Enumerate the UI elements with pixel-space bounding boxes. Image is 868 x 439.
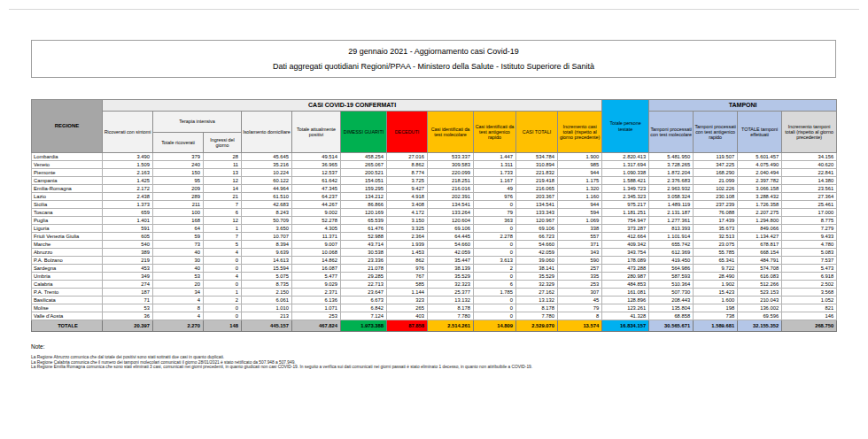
value-cell: 1.900 [558, 153, 602, 161]
value-cell: 17.000 [782, 209, 837, 217]
region-cell: Veneto [32, 161, 103, 169]
notes-title: Note: [31, 343, 855, 350]
value-cell: 3.490 [103, 153, 153, 161]
value-cell: 21.078 [341, 265, 387, 273]
value-cell: 594 [558, 209, 602, 217]
value-cell: 343 [558, 249, 602, 257]
value-cell: 2.270 [153, 320, 204, 332]
value-cell: 1.489.119 [649, 201, 694, 209]
value-cell: 349 [103, 273, 153, 281]
value-cell: 221.832 [516, 169, 558, 177]
value-cell: 2.040.494 [738, 169, 782, 177]
table-row: Marche5407358.3949.00743.7141.93954.6600… [32, 241, 837, 249]
value-cell: 1.101.914 [649, 233, 694, 241]
value-cell: 11 [204, 161, 242, 169]
value-cell: 76.088 [694, 209, 738, 217]
value-cell: 39.060 [516, 257, 558, 265]
value-cell: 1.277.361 [649, 217, 694, 225]
value-cell: 6 [474, 281, 516, 289]
value-cell: 20.397 [103, 320, 153, 332]
header-regione: REGIONE [32, 100, 103, 153]
value-cell: 467.824 [292, 320, 341, 332]
value-cell: 389 [103, 249, 153, 257]
value-cell: 2.502 [782, 281, 837, 289]
value-cell: 1.052 [782, 297, 837, 304]
value-cell: 274 [103, 281, 153, 289]
value-cell: 738 [694, 312, 738, 320]
value-cell: 1.071 [292, 304, 341, 312]
value-cell: 591 [103, 225, 153, 233]
value-cell: 219 [103, 257, 153, 265]
value-cell: 564.986 [649, 265, 694, 273]
value-cell: 307 [558, 289, 602, 297]
value-cell: 52.988 [341, 233, 387, 241]
value-cell: 1.134.427 [738, 233, 782, 241]
value-cell: 150 [153, 169, 204, 177]
value-cell: 240 [153, 161, 204, 169]
value-cell: 21.099 [694, 177, 738, 185]
header-tamponi-antigenico: Tamponi processati con test antigenico r… [694, 112, 738, 153]
value-cell: 2.207.275 [738, 209, 782, 217]
table-row: P.A. Trento1873412.1502.37123.6471.14425… [32, 289, 837, 297]
value-cell: 41.328 [602, 312, 649, 320]
value-cell: 50.709 [242, 217, 292, 225]
value-cell: 178.089 [602, 257, 649, 265]
value-cell: 133.343 [516, 209, 558, 217]
value-cell: 100 [153, 209, 204, 217]
value-cell: 976 [474, 193, 516, 201]
value-cell: 849.066 [738, 225, 782, 233]
value-cell: 2.150 [242, 289, 292, 297]
header-deceduti: DECEDUTI [387, 112, 428, 153]
value-cell: 1.144 [387, 289, 428, 297]
value-cell: 35.216 [242, 161, 292, 169]
value-cell: 27.016 [387, 153, 428, 161]
value-cell: 3.728.265 [649, 161, 694, 169]
value-cell: 15.594 [242, 265, 292, 273]
value-cell: 3.613 [474, 257, 516, 265]
value-cell: 220.099 [428, 169, 474, 177]
value-cell: 8.774 [387, 169, 428, 177]
value-cell: 944 [558, 169, 602, 177]
value-cell: 14.380 [782, 177, 837, 185]
value-cell: 1.726.358 [738, 201, 782, 209]
value-cell: 10.707 [242, 233, 292, 241]
value-cell: 120.169 [341, 209, 387, 217]
value-cell: 2.345.323 [602, 193, 649, 201]
value-cell: 3.568 [782, 289, 837, 297]
value-cell: 7.780 [516, 312, 558, 320]
value-cell: 14.613 [242, 257, 292, 265]
value-cell: 1.425 [103, 177, 153, 185]
value-cell: 1.010 [242, 304, 292, 312]
region-cell: Piemonte [32, 169, 103, 177]
value-cell: 821 [782, 304, 837, 312]
value-cell: 2 [474, 265, 516, 273]
value-cell: 45 [558, 297, 602, 304]
value-cell: 128.896 [602, 297, 649, 304]
value-cell: 30.565.671 [649, 320, 694, 332]
value-cell: 20 [153, 281, 204, 289]
value-cell: 42.059 [428, 249, 474, 257]
value-cell: 1.447 [474, 153, 516, 161]
value-cell: 2.376.683 [649, 177, 694, 185]
value-cell: 0 [474, 201, 516, 209]
page-subtitle: Dati aggregati quotidiani Regioni/PPAA -… [32, 62, 835, 71]
value-cell: 21 [204, 193, 242, 201]
value-cell: 8 [558, 312, 602, 320]
region-cell: Liguria [32, 225, 103, 233]
value-cell: 510.364 [649, 281, 694, 289]
region-cell: Puglia [32, 217, 103, 225]
value-cell: 3.058.324 [649, 193, 694, 201]
value-cell: 6.136 [292, 297, 341, 304]
value-cell: 668.154 [738, 249, 782, 257]
value-cell: 3.150 [387, 217, 428, 225]
value-cell: 379 [153, 153, 204, 161]
value-cell: 61.510 [242, 193, 292, 201]
value-cell: 34.156 [782, 153, 837, 161]
value-cell: 280.987 [602, 273, 649, 281]
value-cell: 213 [242, 312, 292, 320]
value-cell: 1.160 [558, 193, 602, 201]
value-cell: 1.373 [103, 201, 153, 209]
value-cell: 2.963.932 [649, 185, 694, 193]
value-cell: 1.733 [474, 169, 516, 177]
value-cell: 43.714 [341, 241, 387, 249]
